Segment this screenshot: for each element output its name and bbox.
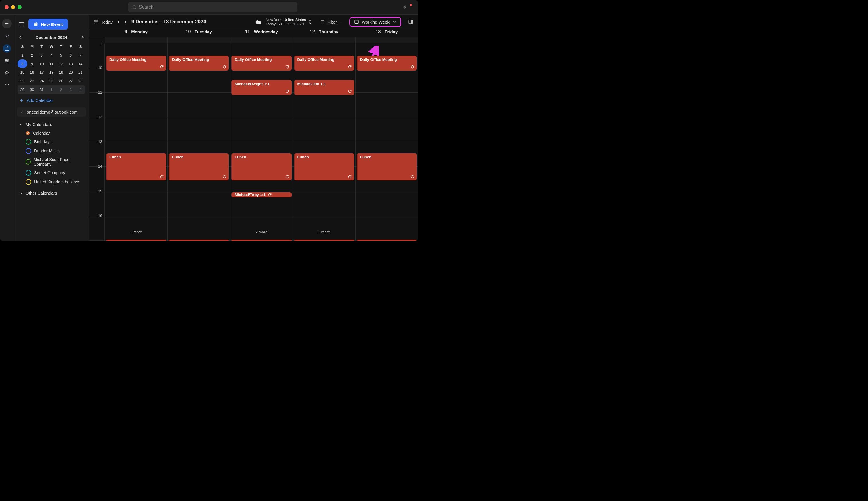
chevron-right-icon[interactable] [123,19,128,24]
allday-cell[interactable] [293,37,355,43]
mini-cal-day[interactable]: 3 [37,51,46,60]
hour-cell[interactable] [230,93,293,117]
mini-cal-day[interactable]: 13 [66,60,76,68]
event-peek[interactable] [106,239,166,241]
hour-cell[interactable] [356,93,418,117]
hour-cell[interactable] [356,191,418,216]
calendar-event[interactable]: Michael/Dwight 1:1 [231,80,292,95]
calendar-event[interactable]: Lunch [169,153,229,181]
day-header[interactable]: 9Monday [105,29,167,37]
calendar-color-checkbox[interactable] [25,148,31,154]
hour-cell[interactable] [105,93,167,117]
event-peek[interactable] [231,239,292,241]
mini-cal-day[interactable]: 2 [27,51,37,60]
calendar-event[interactable]: Daily Office Meeting [231,56,292,71]
mini-cal-day[interactable]: 19 [56,68,66,77]
mini-cal-day[interactable]: 14 [75,60,85,68]
mini-cal-day[interactable]: 25 [46,77,56,85]
mini-cal-day[interactable]: 4 [46,51,56,60]
mini-cal-day[interactable]: 15 [18,68,27,77]
mini-cal-day[interactable]: 21 [75,68,85,77]
mini-cal-day[interactable]: 10 [37,60,46,68]
account-chip[interactable]: onecaldemo@outlook.com [17,107,86,117]
mini-cal-day[interactable]: 3 [66,85,76,94]
calendar-list-item[interactable]: United Kingdom holidays [18,177,85,186]
calendar-event[interactable]: Daily Office Meeting [294,56,354,71]
mini-cal-day[interactable]: 1 [46,85,56,94]
panel-toggle-icon[interactable] [408,19,413,24]
chevron-left-icon[interactable] [116,19,121,24]
hour-cell[interactable] [105,216,167,241]
weather-widget[interactable]: New York, United States Today: 50°F 52°F… [255,18,311,26]
hour-cell[interactable] [168,216,230,241]
hour-cell[interactable] [168,191,230,216]
allday-cell[interactable] [105,37,167,43]
hour-cell[interactable] [356,117,418,142]
day-header[interactable]: 10Tuesday [167,29,230,37]
calendar-event[interactable]: Daily Office Meeting [357,56,417,71]
calendar-event[interactable]: Michael/Toby 1:1 [231,192,292,198]
mini-cal-day[interactable]: 17 [37,68,46,77]
mini-cal-day[interactable]: 5 [56,51,66,60]
mini-cal-day[interactable]: 16 [27,68,37,77]
hour-cell[interactable] [356,216,418,241]
rail-more[interactable] [3,81,11,89]
calendar-event[interactable]: Lunch [106,153,166,181]
new-event-button[interactable]: New Event [29,19,68,30]
mini-cal-day[interactable]: 23 [27,77,37,85]
section-my-calendars[interactable]: My Calendars [18,120,85,129]
today-button[interactable]: Today [94,19,113,24]
hour-cell[interactable] [293,191,355,216]
mini-cal-day[interactable]: 6 [66,51,76,60]
mini-cal-day[interactable]: 22 [18,77,27,85]
section-other-calendars[interactable]: Other Calendars [18,189,85,197]
rail-favorites[interactable] [3,68,11,77]
mini-cal-day[interactable]: 28 [75,77,85,85]
hour-cell[interactable] [293,93,355,117]
hour-cell[interactable] [230,117,293,142]
calendar-event[interactable]: Lunch [231,153,292,181]
window-traffic-lights[interactable] [4,5,22,9]
calendar-list-item[interactable]: Birthdays [18,137,85,146]
event-peek[interactable] [357,239,417,241]
grid-scroll[interactable]: 910111213141516Daily Office MeetingLunch… [89,43,418,241]
more-events-label[interactable]: 2 more [256,230,267,234]
mini-cal-day[interactable]: 18 [46,68,56,77]
mini-cal-day[interactable]: 12 [56,60,66,68]
hamburger-icon[interactable] [18,21,25,28]
day-column[interactable]: Daily Office MeetingLunch2 more [105,43,167,241]
calendar-event[interactable]: Daily Office Meeting [169,56,229,71]
calendar-event[interactable]: Lunch [294,153,354,181]
minimize-window-dot[interactable] [11,5,15,9]
more-events-label[interactable]: 2 more [318,230,330,234]
calendar-event[interactable]: Lunch [357,153,417,181]
hour-cell[interactable] [105,191,167,216]
search-input[interactable]: Search [128,2,297,12]
share-icon[interactable] [402,4,407,10]
mini-cal-day[interactable]: 1 [18,51,27,60]
mini-cal-day[interactable]: 30 [27,85,37,94]
day-column[interactable]: Daily Office MeetingMichael/Dwight 1:1Lu… [230,43,293,241]
hour-cell[interactable] [105,68,167,93]
mini-cal-day[interactable]: 11 [46,60,56,68]
mini-cal-day[interactable]: 2 [56,85,66,94]
day-header[interactable]: 11Wednesday [230,29,293,37]
chevron-left-icon[interactable] [18,34,23,40]
mini-cal-day[interactable]: 9 [27,60,37,68]
allday-cell[interactable] [355,37,418,43]
mini-cal-day[interactable]: 4 [75,85,85,94]
view-selector[interactable]: Working Week [349,17,401,27]
calendar-color-checkbox[interactable] [25,170,31,175]
allday-cell[interactable] [167,37,230,43]
calendar-list-item[interactable]: Calendar [18,129,85,137]
compose-button[interactable] [2,19,12,29]
calendar-event[interactable]: Daily Office Meeting [106,56,166,71]
more-events-label[interactable]: 2 more [130,230,142,234]
chevron-right-icon[interactable] [80,34,85,40]
event-peek[interactable] [294,239,354,241]
calendar-color-checkbox[interactable] [25,131,30,136]
mini-cal-day[interactable]: 7 [75,51,85,60]
hour-cell[interactable] [105,117,167,142]
day-header[interactable]: 12Thursday [293,29,355,37]
hour-cell[interactable] [168,117,230,142]
